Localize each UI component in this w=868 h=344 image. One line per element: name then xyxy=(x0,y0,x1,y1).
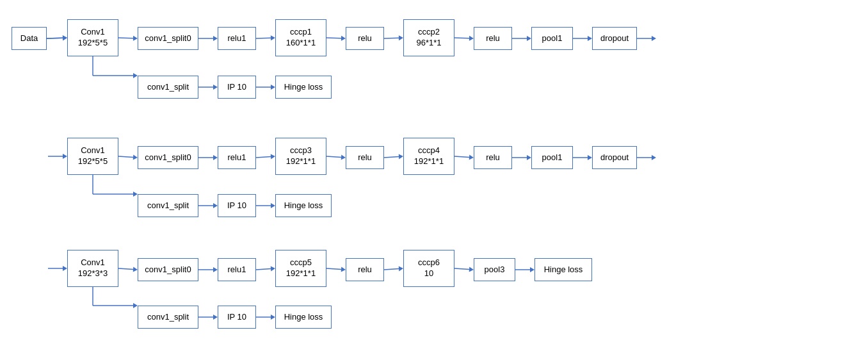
svg-marker-21 xyxy=(213,85,218,90)
svg-line-6 xyxy=(256,38,271,38)
node-pool3: pool3 xyxy=(474,258,515,281)
node-ip_b2: IP 10 xyxy=(218,194,256,217)
svg-marker-7 xyxy=(271,35,275,40)
svg-marker-11 xyxy=(399,35,403,40)
node-pool1_1: pool1 xyxy=(531,27,573,50)
node-cccp5: cccp5192*1*1 xyxy=(275,250,326,287)
svg-marker-50 xyxy=(271,203,275,208)
svg-marker-44 xyxy=(63,154,67,159)
node-conv1_2: Conv1192*5*5 xyxy=(67,138,118,175)
svg-line-54 xyxy=(118,268,133,270)
svg-line-58 xyxy=(256,268,271,270)
svg-marker-46 xyxy=(652,155,656,160)
node-relu2_2: relu xyxy=(346,146,384,169)
svg-marker-15 xyxy=(527,36,531,41)
node-cccp1: cccp1160*1*1 xyxy=(275,19,326,56)
node-cccp6: cccp610 xyxy=(403,250,454,287)
node-relu2_3: relu xyxy=(346,258,384,281)
svg-marker-19 xyxy=(652,36,656,41)
node-split_b3: conv1_split xyxy=(138,306,198,329)
svg-marker-78 xyxy=(63,35,67,40)
node-ip_b3: IP 10 xyxy=(218,306,256,329)
svg-marker-73 xyxy=(271,315,275,320)
node-relu1_1: relu1 xyxy=(218,27,256,50)
node-split0_1: conv1_split0 xyxy=(138,27,198,50)
svg-marker-32 xyxy=(271,154,275,159)
diagram: DataConv1192*5*5conv1_split0relu1cccp116… xyxy=(0,0,868,344)
svg-marker-48 xyxy=(213,203,218,208)
node-hinge_b1: Hinge loss xyxy=(275,76,332,99)
node-hinge_main3: Hinge loss xyxy=(534,258,592,281)
node-conv1_1: Conv1192*5*5 xyxy=(67,19,118,56)
node-relu1_2: relu1 xyxy=(218,146,256,169)
svg-marker-69 xyxy=(63,266,67,271)
svg-marker-53 xyxy=(133,192,138,197)
node-cccp3: cccp3192*1*1 xyxy=(275,138,326,175)
svg-marker-38 xyxy=(469,155,474,160)
svg-line-10 xyxy=(384,38,399,38)
svg-line-37 xyxy=(454,156,469,158)
svg-marker-13 xyxy=(469,36,474,41)
node-pool1_2: pool1 xyxy=(531,146,573,169)
node-cccp2: cccp296*1*1 xyxy=(403,19,454,56)
svg-marker-40 xyxy=(527,155,531,160)
svg-marker-61 xyxy=(341,267,346,272)
node-hinge_b3: Hinge loss xyxy=(275,306,332,329)
node-relu1_3: relu1 xyxy=(218,258,256,281)
node-dropout2: dropout xyxy=(592,146,637,169)
svg-marker-23 xyxy=(271,85,275,90)
svg-marker-9 xyxy=(341,36,346,41)
node-split0_2: conv1_split0 xyxy=(138,146,198,169)
svg-marker-28 xyxy=(133,155,138,160)
node-data: Data xyxy=(12,27,47,50)
node-relu2_1: relu xyxy=(346,27,384,50)
svg-marker-17 xyxy=(588,36,592,41)
svg-marker-26 xyxy=(133,73,138,78)
svg-marker-76 xyxy=(133,303,138,308)
svg-marker-5 xyxy=(213,36,218,41)
node-split_b1: conv1_split xyxy=(138,76,198,99)
svg-marker-36 xyxy=(399,154,403,159)
svg-line-0 xyxy=(47,38,63,38)
svg-marker-57 xyxy=(213,267,218,272)
svg-marker-59 xyxy=(271,266,275,271)
svg-marker-30 xyxy=(213,155,218,160)
svg-marker-42 xyxy=(588,155,592,160)
svg-line-77 xyxy=(47,38,63,38)
node-relu3_2: relu xyxy=(474,146,512,169)
svg-line-35 xyxy=(384,156,399,158)
svg-marker-71 xyxy=(213,315,218,320)
node-cccp4: cccp4192*1*1 xyxy=(403,138,454,175)
svg-marker-55 xyxy=(133,267,138,272)
node-relu3_1: relu xyxy=(474,27,512,50)
node-split0_3: conv1_split0 xyxy=(138,258,198,281)
svg-line-33 xyxy=(326,156,341,158)
svg-line-62 xyxy=(384,268,399,270)
node-ip_b1: IP 10 xyxy=(218,76,256,99)
svg-line-64 xyxy=(454,268,469,270)
svg-marker-3 xyxy=(133,36,138,41)
svg-line-31 xyxy=(256,156,271,158)
svg-line-60 xyxy=(326,268,341,270)
svg-line-8 xyxy=(326,38,341,38)
svg-marker-1 xyxy=(63,35,67,40)
svg-line-2 xyxy=(118,38,133,38)
node-hinge_b2: Hinge loss xyxy=(275,194,332,217)
node-dropout1: dropout xyxy=(592,27,637,50)
svg-marker-34 xyxy=(341,155,346,160)
node-split_b2: conv1_split xyxy=(138,194,198,217)
svg-marker-63 xyxy=(399,266,403,271)
svg-marker-67 xyxy=(530,267,534,272)
node-conv1_3: Conv1192*3*3 xyxy=(67,250,118,287)
svg-marker-65 xyxy=(469,267,474,272)
svg-line-12 xyxy=(454,38,469,38)
svg-line-27 xyxy=(118,156,133,158)
